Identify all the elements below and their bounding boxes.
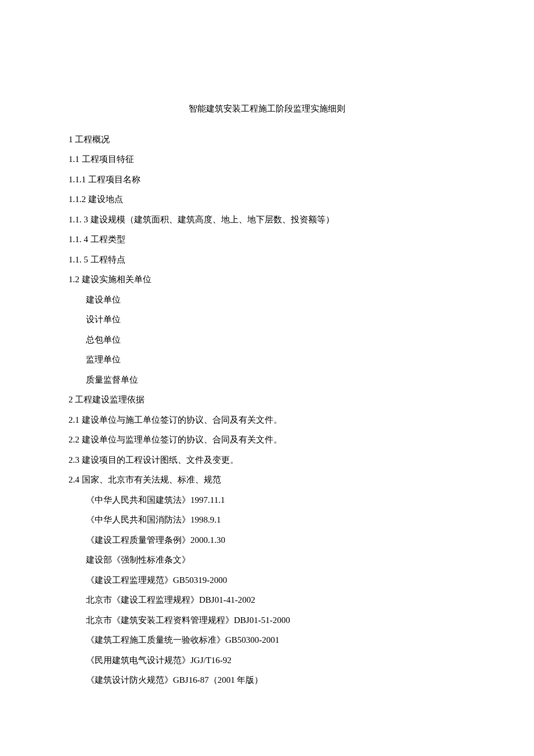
text-line: 监理单位	[68, 350, 466, 370]
document-body: 1 工程概况1.1 工程项目特征1.1.1 工程项目名称1.1.2 建设地点1.…	[68, 129, 466, 690]
text-line: 1.2 建设实施相关单位	[68, 269, 466, 290]
text-line: 2.4 国家、北京市有关法规、标准、规范	[68, 470, 466, 490]
text-line: 1.1. 5 工程特点	[68, 250, 466, 270]
text-line: 2.2 建设单位与监理单位签订的协议、合同及有关文件。	[68, 430, 466, 450]
text-line: 《建设工程监理规范》GB50319-2000	[68, 570, 466, 591]
text-line: 《建筑设计防火规范》GBJ16-87（2001 年版）	[68, 670, 466, 690]
text-line: 建设单位	[68, 290, 466, 310]
text-line: 《建设工程质量管理条例》2000.1.30	[68, 530, 466, 550]
text-line: 1.1.1 工程项目名称	[68, 170, 466, 190]
text-line: 总包单位	[68, 330, 466, 350]
text-line: 2.1 建设单位与施工单位签订的协议、合同及有关文件。	[68, 410, 466, 430]
text-line: 2.3 建设项目的工程设计图纸、文件及变更。	[68, 450, 466, 470]
text-line: 质量监督单位	[68, 370, 466, 390]
document-title: 智能建筑安装工程施工阶段监理实施细则	[68, 99, 466, 119]
text-line: 北京市《建筑安装工程资料管理规程》DBJ01-51-2000	[68, 610, 466, 631]
text-line: 1.1. 3 建设规模（建筑面积、建筑高度、地上、地下层数、投资额等）	[68, 210, 466, 230]
text-line: 北京市《建设工程监理规程》DBJ01-41-2002	[68, 590, 466, 610]
text-line: 1 工程概况	[68, 129, 466, 150]
text-line: 《民用建筑电气设计规范》JGJ/T16-92	[68, 650, 466, 671]
text-line: 1.1.2 建设地点	[68, 189, 466, 210]
text-line: 1.1 工程项目特征	[68, 149, 466, 170]
text-line: 建设部《强制性标准条文》	[68, 550, 466, 570]
text-line: 2 工程建设监理依据	[68, 390, 466, 410]
text-line: 1.1. 4 工程类型	[68, 229, 466, 250]
text-line: 《中华人民共和国消防法》1998.9.1	[68, 510, 466, 530]
text-line: 《建筑工程施工质量统一验收标准》GB50300-2001	[68, 630, 466, 650]
text-line: 设计单位	[68, 309, 466, 330]
text-line: 《中华人民共和国建筑法》1997.11.1	[68, 490, 466, 510]
